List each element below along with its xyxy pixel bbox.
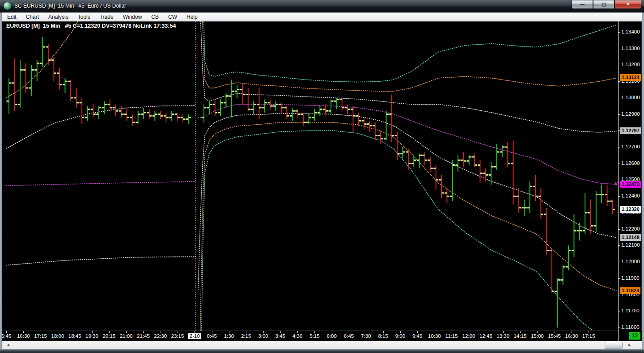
price-flag: 1.12472 (620, 181, 641, 188)
ohlc-bars (7, 37, 615, 328)
scroll-right-icon[interactable]: ► (626, 342, 633, 348)
time-tick-mark (263, 331, 264, 333)
time-tick-mark (349, 331, 349, 333)
bar-count-badge: 12 (629, 332, 640, 340)
maximize-button[interactable]: ▢ (593, 0, 614, 9)
menu-item-trade[interactable]: Trade (96, 13, 118, 21)
time-tick-mark (178, 331, 178, 333)
time-tick-mark (58, 331, 58, 333)
price-tick-mark (619, 65, 620, 65)
price-tick-label: 1.13000 (621, 95, 640, 100)
chart-header: EURUSD [M] 15 Min #5 C=1.12320 DV=379478… (6, 23, 176, 29)
time-label: 5:15 (309, 333, 319, 339)
window-buttons: — ▢ ✕ (572, 0, 641, 8)
time-tick-mark (400, 331, 401, 333)
menu-item-cw[interactable]: CW (164, 13, 181, 21)
time-label: 23:15 (171, 333, 184, 339)
scrollbar-thumb[interactable] (605, 342, 623, 349)
time-tick-mark (229, 331, 229, 333)
price-plot[interactable] (2, 21, 618, 331)
time-label: 4:30 (292, 333, 302, 339)
price-flag: 1.12148 (620, 234, 641, 241)
time-tick-mark (143, 331, 144, 333)
time-label: 13:30 (496, 333, 509, 339)
time-label: 19:30 (85, 333, 98, 339)
time-label: 16:30 (565, 333, 578, 339)
price-tick-label: 1.13200 (621, 62, 640, 67)
time-tick-mark (6, 331, 7, 333)
price-tick-label: 1.12700 (621, 144, 640, 149)
chart-area[interactable]: EURUSD [M] 15 Min #5 C=1.12320 DV=379478… (2, 21, 618, 331)
time-tick-mark (23, 331, 24, 333)
session-date-label: 2-10 (188, 333, 201, 339)
price-tick-mark (619, 213, 620, 213)
time-tick-mark (383, 331, 384, 333)
menu-item-tools[interactable]: Tools (74, 13, 94, 21)
menu-item-analysis[interactable]: Analysis (44, 13, 72, 21)
band-plus-1sd (198, 21, 616, 132)
prev-band-0 (6, 181, 195, 185)
menu-item-window[interactable]: Window (119, 13, 146, 21)
price-flag: 1.13121 (620, 74, 641, 81)
price-tick-label: 1.12200 (621, 226, 640, 231)
price-axis[interactable]: 1.134001.133001.132001.131001.130001.129… (618, 21, 641, 341)
time-label: 12:00 (462, 333, 475, 339)
band-minus-3sd (198, 130, 616, 331)
menubar: EditChartAnalysisToolsTradeWindowCBCWHel… (2, 13, 642, 22)
time-tick-mark (366, 331, 366, 333)
time-label: 17:15 (34, 333, 47, 339)
minimize-button[interactable]: — (572, 0, 593, 9)
time-tick-mark (297, 331, 298, 333)
time-tick-mark (572, 331, 572, 333)
titlebar[interactable]: SC EURUSD [M] 15 Min #5 Euro / US Dollar… (0, 0, 644, 13)
band-plus-2sd (198, 21, 616, 91)
price-tick-mark (619, 180, 620, 180)
time-label: 9:45 (412, 333, 422, 339)
prev-band-2 (6, 256, 195, 265)
time-axis[interactable]: 5:4516:3017:1518:0018:4519:3020:1521:002… (2, 331, 618, 341)
time-label: 5:45 (2, 333, 11, 339)
time-label: 10:30 (428, 333, 441, 339)
time-tick-mark (109, 331, 110, 333)
time-label: 6:00 (326, 333, 336, 339)
time-tick-mark (212, 331, 212, 333)
vwap-line (198, 105, 616, 185)
price-flag: 1.11823 (620, 287, 640, 294)
window-title: SC EURUSD [M] 15 Min #5 Euro / US Dollar (14, 3, 126, 9)
time-label: 15:45 (548, 333, 561, 339)
window-border-right (642, 13, 644, 349)
price-tick-label: 1.13300 (621, 46, 640, 51)
close-button[interactable]: ✕ (614, 0, 641, 9)
price-tick-mark (619, 262, 620, 262)
menu-item-help[interactable]: Help (182, 13, 202, 21)
menu-item-cb[interactable]: CB (147, 13, 163, 21)
menu-item-chart[interactable]: Chart (22, 13, 43, 21)
time-label: 22:30 (154, 333, 167, 339)
menu-item-edit[interactable]: Edit (3, 13, 21, 21)
time-tick-mark (469, 331, 469, 333)
price-tick-label: 1.11900 (621, 275, 640, 281)
price-tick-label: 1.13400 (621, 29, 640, 34)
price-tick-mark (619, 229, 620, 230)
time-tick-mark (246, 331, 246, 333)
band-minus-1sd (198, 113, 616, 290)
price-tick-label: 1.12400 (621, 193, 640, 198)
scroll-left-icon[interactable]: ◄ (4, 342, 12, 348)
time-tick-mark (314, 331, 315, 333)
time-tick-mark (280, 331, 281, 333)
time-label: 2:15 (241, 333, 251, 339)
time-tick-mark (75, 331, 75, 333)
horizontal-scrollbar[interactable]: ◄ ► (2, 341, 642, 349)
price-tick-mark (619, 311, 620, 311)
price-tick-mark (619, 32, 620, 33)
time-label: 8:15 (378, 333, 388, 339)
time-tick-mark (195, 331, 195, 333)
time-label: 21:45 (137, 333, 150, 339)
time-label: 14:15 (514, 333, 527, 339)
time-label: 16:30 (17, 333, 30, 339)
price-tick-label: 1.12100 (621, 242, 640, 248)
time-label: 11:15 (445, 333, 458, 339)
band-minus-2sd (198, 122, 616, 331)
time-tick-mark (126, 331, 127, 333)
time-label: 7:30 (361, 333, 371, 339)
